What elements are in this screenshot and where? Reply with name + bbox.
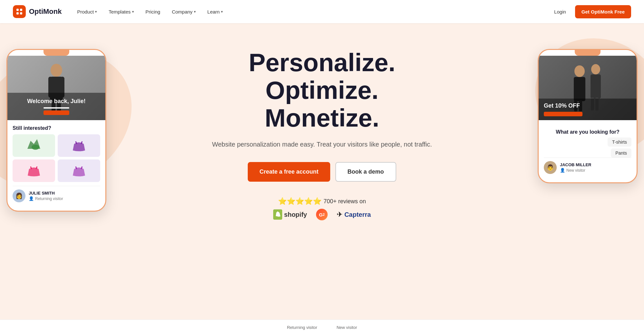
user-avatar-left: 👩 [13, 189, 25, 202]
shopify-icon [273, 209, 282, 220]
phone-notch-right [575, 50, 601, 56]
welcome-line [43, 107, 69, 109]
svg-rect-2 [16, 12, 19, 14]
svg-rect-12 [574, 77, 585, 101]
capterra-icon: ✈ [337, 210, 342, 219]
what-looking-title: What are you looking for? [544, 129, 631, 135]
nav-company[interactable]: Company ▾ [167, 6, 201, 17]
shopify-text: shopify [284, 211, 307, 218]
phone-mockup-left: Welcome back, Julie! Still interested? [6, 49, 106, 212]
svg-rect-1 [20, 9, 22, 11]
tag-pants: Pants [611, 148, 631, 158]
create-account-button[interactable]: Create a free account [248, 162, 330, 182]
tag-tshirts: T-shirts [608, 138, 631, 147]
user-tag-left: 👤 Returning visitor [29, 196, 63, 201]
product-thumb-1 [13, 134, 55, 157]
phone-mockup-right: Get 10% OFF What are you looking for? T-… [538, 49, 638, 183]
product-thumb-4 [58, 159, 100, 182]
user-info-right: JACOB MILLER 👤 New visitor [560, 162, 591, 173]
user-row-left: 👩 JULIE SMITH 👤 Returning visitor [13, 186, 100, 206]
login-button[interactable]: Login [550, 6, 570, 17]
svg-point-11 [574, 65, 585, 77]
capterra-logo: ✈ Capterra [337, 210, 371, 219]
user-icon-right: 👤 [560, 168, 565, 173]
still-interested-title: Still interested? [13, 125, 100, 131]
chevron-down-icon: ▾ [95, 10, 97, 14]
product-grid [13, 134, 100, 182]
chevron-down-icon: ▾ [194, 10, 196, 14]
nav-templates[interactable]: Templates ▾ [103, 6, 139, 17]
welcome-overlay: Welcome back, Julie! [7, 93, 105, 120]
logo[interactable]: OptiMonk [13, 5, 62, 18]
hero-cta: Create a free account Book a demo [193, 162, 451, 182]
review-logos: shopify G2 ✈ Capterra [273, 209, 371, 220]
svg-rect-14 [591, 74, 601, 99]
user-tag-right: 👤 New visitor [560, 168, 591, 173]
nav-links: Product ▾ Templates ▾ Pricing Company ▾ … [72, 6, 550, 17]
logo-icon [13, 5, 26, 18]
phone-frame-right: Get 10% OFF What are you looking for? T-… [538, 49, 638, 183]
svg-point-4 [51, 64, 62, 77]
phone-body-right: What are you looking for? T-shirts Pants… [539, 120, 637, 182]
navbar: OptiMonk Product ▾ Templates ▾ Pricing C… [0, 0, 644, 23]
nav-product[interactable]: Product ▾ [72, 6, 102, 17]
user-icon: 👤 [29, 196, 34, 201]
shopify-logo: shopify [273, 209, 307, 220]
stars-row: ⭐⭐⭐⭐⭐ 700+ reviews on [278, 197, 366, 206]
tag-list: T-shirts Pants [544, 138, 631, 158]
reviews-count: 700+ reviews on [323, 198, 366, 205]
svg-point-13 [591, 64, 600, 74]
footer-item-returning: Returning visitor [287, 325, 317, 330]
hero-subtitle: Website personalization made easy. Treat… [193, 139, 451, 149]
footer-bar: Returning visitor New visitor [0, 320, 644, 335]
product-thumb-3 [13, 159, 55, 182]
hero-section: Welcome back, Julie! Still interested? [0, 23, 644, 335]
svg-rect-3 [20, 12, 22, 14]
book-demo-button[interactable]: Book a demo [335, 162, 396, 182]
user-avatar-right: 👨 [544, 161, 557, 174]
chevron-down-icon: ▾ [132, 10, 134, 14]
phone-image-left: Welcome back, Julie! [7, 56, 105, 120]
user-name-left: JULIE SMITH [29, 191, 63, 196]
discount-overlay: Get 10% OFF [539, 99, 637, 120]
nav-right: Login Get OptiMonk Free [550, 5, 631, 18]
user-info-left: JULIE SMITH 👤 Returning visitor [29, 191, 63, 201]
hero-content: Personalize. Optimize. Monetize. Website… [193, 49, 451, 220]
capterra-text: Capterra [344, 211, 371, 218]
star-icons: ⭐⭐⭐⭐⭐ [278, 197, 322, 206]
user-row-right: 👨 JACOB MILLER 👤 New visitor [544, 158, 631, 177]
nav-pricing[interactable]: Pricing [140, 6, 166, 17]
svg-rect-0 [16, 9, 19, 11]
product-thumb-2 [58, 134, 100, 157]
chevron-down-icon: ▾ [221, 10, 223, 14]
user-name-right: JACOB MILLER [560, 162, 591, 167]
discount-button [544, 112, 582, 116]
phone-notch-left [43, 50, 69, 56]
get-free-button[interactable]: Get OptiMonk Free [575, 5, 631, 18]
phone-frame-left: Welcome back, Julie! Still interested? [6, 49, 106, 212]
footer-item-new: New visitor [337, 325, 357, 330]
reviews-section: ⭐⭐⭐⭐⭐ 700+ reviews on shopify G2 [193, 197, 451, 220]
phone-image-right: Get 10% OFF [539, 56, 637, 120]
nav-learn[interactable]: Learn ▾ [202, 6, 228, 17]
svg-point-10 [32, 145, 39, 150]
welcome-button [43, 110, 69, 115]
g2-logo: G2 [316, 209, 328, 220]
hero-title: Personalize. Optimize. Monetize. [193, 49, 451, 132]
phone-body-left: Still interested? [7, 120, 105, 211]
brand-name: OptiMonk [29, 7, 62, 16]
